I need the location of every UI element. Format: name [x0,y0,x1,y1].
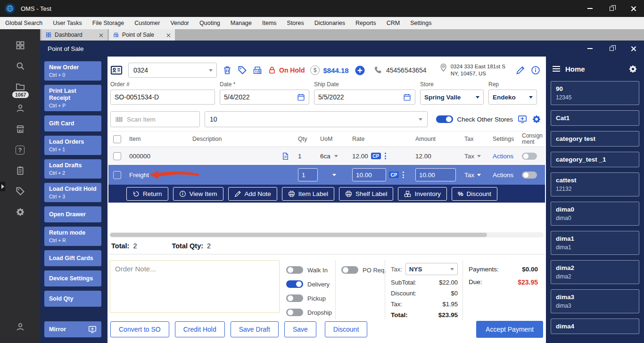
customer-info-icon[interactable] [531,65,540,75]
menu-item-settings[interactable]: Settings [405,20,437,26]
restore-button[interactable] [601,0,622,17]
row-checkbox[interactable] [113,171,121,179]
load-orders-button[interactable]: Load OrdersCtrl + 1 [44,136,101,155]
order-number-input[interactable] [115,93,211,101]
register-icon[interactable] [253,65,262,75]
category-tile[interactable]: category test [551,131,639,147]
gift-card-button[interactable]: Gift Card [44,115,101,131]
po-req-toggle[interactable] [341,266,358,274]
menu-item-reports[interactable]: Reports [350,20,381,26]
close-tab-icon[interactable] [99,33,103,37]
actions-link[interactable]: Actions [493,153,513,160]
accept-payment-button[interactable]: Accept Payment [476,321,543,338]
tax-region-select[interactable]: NYS [405,263,458,275]
device-settings-button[interactable]: Device Settings [44,270,101,286]
scrollbar-thumb[interactable] [110,233,487,237]
scan-item-input[interactable] [127,116,195,123]
consignment-toggle[interactable] [522,153,537,160]
menu-item-stores[interactable]: Stores [282,20,309,26]
pos-restore-button[interactable] [601,41,622,57]
tab-point-of-sale[interactable]: Point of Sale [109,29,175,41]
add-customer-button[interactable] [355,65,365,76]
store-rail-icon[interactable] [0,119,40,139]
customer-card-icon[interactable] [110,64,123,76]
close-button[interactable] [622,0,644,17]
delivery-toggle[interactable] [286,280,303,288]
menu-item-vendor[interactable]: Vendor [165,20,194,26]
consignment-toggle[interactable] [522,172,537,179]
rate-input[interactable] [352,168,386,181]
return-mode-button[interactable]: Return modeCtrl + R [44,227,101,246]
pos-close-button[interactable] [622,41,644,57]
return-button[interactable]: Return [126,187,168,201]
tab-dashboard[interactable]: Dashboard [41,29,107,41]
scan-item-field[interactable] [110,111,200,127]
tax-select[interactable]: Tax [464,153,481,160]
sidebar-expander-arrow[interactable] [0,182,5,191]
check-other-stores-toggle[interactable] [436,115,453,123]
sold-qty-button[interactable]: Sold Qty [44,291,101,307]
chevron-down-icon[interactable] [334,155,338,157]
table-row[interactable]: 000000 1 6ca 12.00CP 12.00 Tax Actions [108,147,545,165]
row-checkbox[interactable] [113,152,121,160]
category-tile[interactable]: dima2dima2 [551,260,639,284]
customer-select[interactable]: 0324 [128,63,217,78]
credit-hold-button[interactable]: Credit Hold [175,321,225,337]
category-tile[interactable]: cattest12132 [551,172,639,196]
tasks-rail-icon[interactable] [0,160,40,181]
qty-input[interactable] [298,168,318,181]
convert-to-so-button[interactable]: Convert to SO [110,321,169,337]
menu-item-file-storage[interactable]: File Storage [87,20,129,26]
load-drafts-button[interactable]: Load DraftsCtrl + 2 [44,159,101,179]
view-item-button[interactable]: View Item [173,187,223,201]
rate-value[interactable]: 12.00 [352,153,368,160]
menu-item-manage[interactable]: Manage [225,20,257,26]
category-tile[interactable]: Cat1 [551,110,639,126]
load-credit-hold-button[interactable]: Load Credit HoldCtrl + 3 [44,183,101,202]
open-drawer-button[interactable]: Open Drawer [44,206,101,222]
discount-row-button[interactable]: Discount [452,187,497,201]
dropship-toggle[interactable] [286,309,303,316]
category-tile[interactable]: category_test _1 [551,152,639,167]
uom-select-chevron-icon[interactable] [332,174,336,176]
item-label-button[interactable]: Item Label [282,187,334,201]
ship-date-input[interactable] [318,93,400,101]
menu-item-customer[interactable]: Customer [129,20,165,26]
check-stores-icon[interactable] [518,114,527,124]
scan-qty-select[interactable]: 10 [205,111,428,127]
search-rail-icon[interactable] [0,56,40,76]
store-select[interactable]: Spring Valle [420,90,484,105]
rate-menu-icon[interactable] [384,152,387,160]
calendar-icon[interactable] [403,93,411,101]
grid-settings-gear-icon[interactable] [532,114,541,124]
tax-select[interactable]: Tax [464,172,481,179]
hamburger-menu-icon[interactable] [553,65,560,73]
menu-item-dictionaries[interactable]: Dictionaries [309,20,350,26]
calendar-icon[interactable] [297,93,305,101]
category-tile[interactable]: dima3dima3 [551,289,639,313]
shelf-label-button[interactable]: Shelf Label [339,187,394,201]
item-note-icon[interactable] [281,152,289,160]
menu-item-items[interactable]: Items [257,20,282,26]
menu-item-global-search[interactable]: Global Search [0,20,48,26]
inventory-button[interactable]: Inventory [398,187,447,201]
load-gift-cards-button[interactable]: Load Gift Cards [44,250,101,266]
help-rail-icon[interactable] [0,139,40,160]
delete-order-icon[interactable] [223,65,232,75]
amount-input[interactable] [415,168,456,181]
edit-customer-icon[interactable] [516,65,525,75]
actions-link[interactable]: Actions [493,172,513,179]
qty-cell[interactable]: 1 [294,147,316,165]
menu-item-quoting[interactable]: Quoting [194,20,225,26]
settings-rail-icon[interactable] [0,202,40,222]
dashboard-rail-icon[interactable] [0,35,40,56]
contacts-rail-icon[interactable] [0,98,40,119]
horizontal-scrollbar[interactable] [110,232,544,237]
tags-rail-icon[interactable] [0,181,40,202]
menu-item-crm[interactable]: CRM [381,20,405,26]
menu-item-user-tasks[interactable]: User Tasks [48,20,87,26]
user-profile-rail-icon[interactable] [0,317,40,337]
tag-icon[interactable] [238,65,247,75]
walk-in-toggle[interactable] [286,266,303,274]
close-tab-icon[interactable] [166,33,171,37]
